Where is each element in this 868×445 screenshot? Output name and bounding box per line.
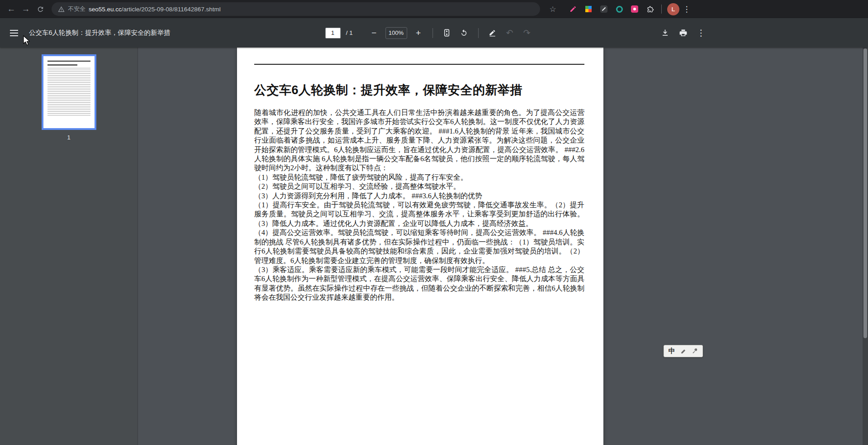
annotate-button[interactable] — [485, 25, 500, 41]
forward-icon: → — [22, 4, 30, 14]
print-icon — [679, 29, 688, 37]
pdf-canvas[interactable]: 公交车6人轮换制：提升效率，保障安全的新举措 随着城市化进程的加快，公共交通工具… — [138, 48, 868, 445]
article-paragraph: （4）提高公交运营效率。驾驶员轮流驾驶，可以缩短乘客等待时间，提高公交运营效率。… — [254, 228, 584, 265]
url-domain: seo55.eu.cc — [89, 6, 122, 13]
zoom-out-icon: − — [371, 28, 376, 38]
horizontal-rule — [254, 64, 584, 65]
profile-avatar[interactable]: L — [667, 3, 679, 15]
undo-icon: ↶ — [506, 28, 513, 38]
zoom-in-icon: + — [416, 28, 421, 38]
pdf-document-title: 公交车6人轮换制：提升效率，保障安全的新举措 — [29, 29, 171, 37]
zoom-out-button[interactable]: − — [366, 25, 382, 41]
pdf-page: 公交车6人轮换制：提升效率，保障安全的新举措 随着城市化进程的加快，公共交通工具… — [237, 48, 603, 445]
zoom-level-display[interactable]: 100% — [385, 27, 407, 39]
extensions-puzzle-icon[interactable] — [644, 3, 656, 15]
browser-toolbar: ← → 不安全 seo55.eu.cc/article/2025-09-08/8… — [0, 0, 868, 18]
sidebar-toggle-button[interactable] — [6, 25, 22, 41]
download-icon — [661, 29, 669, 37]
extensions-row — [567, 3, 656, 15]
pdf-more-options-button[interactable]: ⋮ — [693, 25, 709, 41]
page-thumbnail[interactable] — [42, 54, 96, 130]
pen-icon — [488, 29, 497, 37]
url-path: /article/2025-09-08/811642867.shtml — [122, 6, 221, 13]
print-button[interactable] — [675, 25, 691, 41]
article-paragraph: （1）驾驶员轮流驾驶，降低了疲劳驾驶的风险，提高了行车安全。 — [254, 173, 584, 182]
pdf-toolbar: 公交车6人轮换制：提升效率，保障安全的新举措 / 1 − 100% + ↶ ↷ … — [0, 18, 868, 48]
download-button[interactable] — [657, 25, 673, 41]
browser-menu-button[interactable]: ⋮ — [680, 5, 693, 14]
redo-icon: ↷ — [523, 28, 531, 38]
ime-language-indicator[interactable]: 中 — [669, 347, 675, 355]
extension-brush-icon[interactable] — [598, 3, 610, 15]
fit-to-page-button[interactable] — [439, 25, 455, 41]
article-paragraph: （3）人力资源得到充分利用，降低了人力成本。 ###3.6人轮换制的优势 — [254, 191, 584, 201]
address-bar[interactable]: 不安全 seo55.eu.cc/article/2025-09-08/81164… — [52, 2, 540, 16]
vertical-scrollbar[interactable] — [863, 48, 868, 445]
bookmark-button[interactable]: ☆ — [545, 2, 558, 16]
not-secure-warning-icon — [58, 6, 65, 13]
pdf-toolbar-right: ⋮ — [657, 25, 709, 41]
back-icon: ← — [7, 4, 16, 14]
page-count-label: / 1 — [346, 29, 353, 36]
undo-button[interactable]: ↶ — [502, 25, 517, 41]
ime-tools-icon[interactable] — [692, 348, 698, 354]
pdf-viewer: 1 公交车6人轮换制：提升效率，保障安全的新举措 随着城市化进程的加快，公共交通… — [0, 48, 868, 445]
url-text: seo55.eu.cc/article/2025-09-08/811642867… — [89, 6, 221, 13]
extension-circle-icon[interactable] — [613, 3, 625, 15]
article-paragraph: （3）乘客适应。乘客需要适应新的乘车模式，可能需要一段时间才能完全适应。 ###… — [254, 265, 584, 302]
toolbar-divider — [661, 5, 662, 14]
thumbnail-preview — [47, 61, 90, 123]
forward-button[interactable]: → — [19, 2, 33, 16]
thumbnail-page-number: 1 — [67, 134, 70, 141]
ime-toolbar[interactable]: 中 — [664, 345, 703, 357]
extension-pink-icon[interactable] — [629, 3, 640, 15]
kebab-icon: ⋮ — [697, 28, 706, 38]
zoom-in-button[interactable]: + — [411, 25, 426, 41]
article-paragraph: （1）提高行车安全。由于驾驶员轮流驾驶，可以有效避免疲劳驾驶，降低交通事故发生率… — [254, 201, 584, 228]
article-paragraph: 随着城市化进程的加快，公共交通工具在人们日常生活中扮演着越来越重要的角色。为了提… — [254, 108, 584, 173]
thumbnail-sidebar: 1 — [0, 48, 138, 445]
refresh-icon — [37, 5, 44, 13]
extension-pen-icon[interactable] — [567, 3, 579, 15]
fit-page-icon — [442, 29, 451, 37]
pdf-toolbar-center: / 1 − 100% + ↶ ↷ — [325, 18, 535, 48]
article-title: 公交车6人轮换制：提升效率，保障安全的新举措 — [254, 82, 584, 98]
bookmark-star-icon: ☆ — [549, 5, 556, 14]
scrollbar-thumb[interactable] — [863, 48, 867, 338]
article-paragraph: （2）驾驶员之间可以互相学习、交流经验，提高整体驾驶水平。 — [254, 182, 584, 191]
page-number-input[interactable] — [325, 28, 341, 38]
ime-pen-icon[interactable] — [680, 348, 687, 354]
security-label: 不安全 — [68, 5, 85, 13]
refresh-button[interactable] — [33, 2, 47, 16]
redo-button[interactable]: ↷ — [519, 25, 535, 41]
rotate-icon — [460, 29, 468, 37]
rotate-button[interactable] — [456, 25, 472, 41]
toolbar-divider — [432, 28, 433, 38]
toolbar-divider — [478, 28, 479, 38]
extension-grid-icon[interactable] — [583, 3, 594, 15]
back-button[interactable]: ← — [5, 2, 18, 16]
